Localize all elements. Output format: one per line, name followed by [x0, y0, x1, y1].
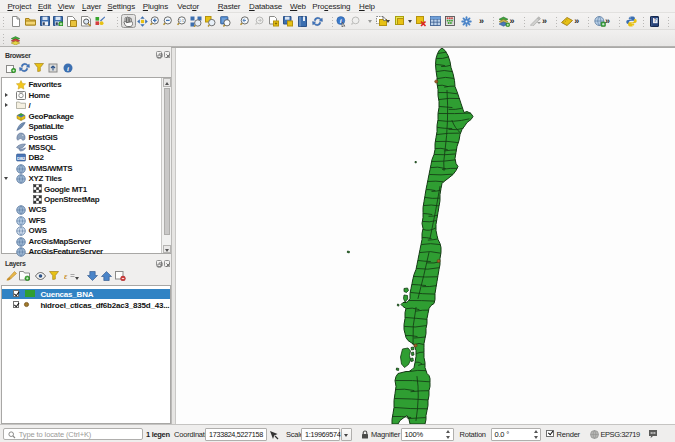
svg-text:ε: ε	[64, 271, 68, 280]
svg-text:1:1: 1:1	[179, 19, 184, 23]
svg-text:DB2: DB2	[17, 156, 26, 161]
svg-text:i: i	[340, 17, 342, 25]
svg-text:i: i	[67, 64, 69, 72]
svg-text:?: ?	[653, 18, 656, 23]
